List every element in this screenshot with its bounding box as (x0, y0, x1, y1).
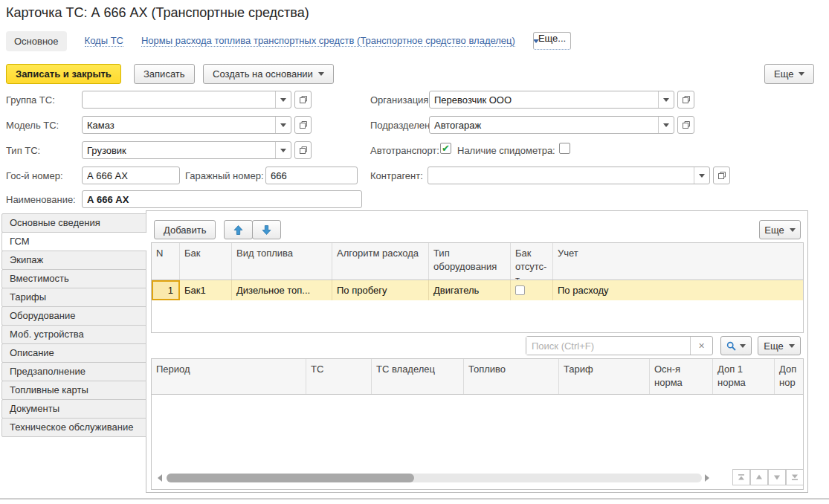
col-equipment-type[interactable]: Тип оборудования (429, 243, 511, 280)
col-fuel-type[interactable]: Вид топлива (232, 243, 332, 280)
col-base-norm[interactable]: Осн-я норма (650, 359, 713, 394)
contragent-dropdown[interactable] (694, 167, 709, 184)
tab-capacity[interactable]: Вместимость (1, 269, 146, 288)
department-input[interactable] (430, 117, 658, 133)
col-n[interactable]: N (152, 243, 180, 280)
scroll-to-top-button[interactable] (732, 469, 750, 485)
organization-dropdown[interactable] (658, 91, 674, 108)
move-up-button[interactable] (224, 220, 253, 239)
garage-number-input[interactable] (265, 167, 358, 184)
scrollbar-thumb[interactable] (167, 474, 414, 482)
group-label: Группа ТС: (6, 94, 55, 106)
speedometer-checkbox[interactable] (559, 143, 570, 154)
cell-algorithm[interactable]: По пробегу (332, 280, 429, 300)
cell-fuel-type[interactable]: Дизельное топ... (232, 280, 332, 300)
cell-n[interactable]: 1 (152, 280, 180, 300)
window-bottom-divider (0, 498, 829, 500)
gsm-panel: Добавить Еще N Бак Вид топлива Алгоритм … (146, 210, 808, 493)
contragent-combo[interactable] (428, 167, 710, 184)
form-more-button[interactable]: Еще (764, 64, 814, 84)
col-extra2-norm[interactable]: Доп нор (775, 359, 803, 394)
cell-accounting[interactable]: По расходу (553, 280, 803, 300)
scroll-left-arrow[interactable] (158, 474, 162, 482)
link-vehicle-codes[interactable]: Коды ТС (85, 35, 123, 47)
col-tank-absent[interactable]: Бак отсутс-т (511, 243, 553, 280)
tab-equipment[interactable]: Оборудование (1, 306, 146, 326)
add-row-button[interactable]: Добавить (154, 220, 216, 239)
tanks-more-button[interactable]: Еще (759, 220, 801, 239)
col-vehicle-owner[interactable]: ТС владелец (372, 359, 464, 394)
search-button[interactable] (720, 336, 752, 355)
clear-search-button[interactable]: × (690, 337, 712, 355)
tab-tariffs[interactable]: Тарифы (1, 288, 146, 307)
tab-gsm[interactable]: ГСМ (1, 232, 147, 251)
autotransport-checkbox[interactable]: ✔ (440, 143, 451, 154)
col-vehicle[interactable]: ТС (306, 359, 372, 394)
col-tank[interactable]: Бак (180, 243, 232, 280)
tab-prefill[interactable]: Предзаполнение (1, 362, 146, 381)
scroll-right-arrow[interactable] (705, 474, 709, 482)
search-icon (726, 341, 736, 351)
nav-more-menu[interactable]: Еще... (533, 39, 539, 43)
organization-open-button[interactable] (677, 91, 694, 109)
cell-equipment-type[interactable]: Двигатель (429, 280, 511, 300)
cell-tank[interactable]: Бак1 (180, 280, 232, 300)
group-dropdown[interactable] (275, 91, 291, 108)
tab-crew[interactable]: Экипаж (1, 251, 146, 270)
tanks-table-header: N Бак Вид топлива Алгоритм расхода Тип о… (152, 243, 803, 280)
col-extra1-norm[interactable]: Доп 1 норма (713, 359, 775, 394)
open-link-icon (682, 120, 691, 129)
horizontal-scrollbar[interactable] (167, 474, 702, 482)
group-combo[interactable] (82, 91, 291, 109)
type-input[interactable] (83, 142, 275, 158)
scroll-up-button[interactable] (750, 469, 768, 485)
contragent-input[interactable] (428, 167, 694, 184)
tab-main-info[interactable]: Основные сведения (1, 213, 146, 233)
type-combo[interactable] (82, 141, 291, 159)
state-number-input[interactable] (82, 167, 180, 184)
chevron-down-icon (799, 72, 804, 76)
search-control[interactable]: × (526, 336, 713, 355)
open-link-icon (299, 146, 308, 155)
tab-description[interactable]: Описание (1, 343, 146, 363)
move-down-button[interactable] (252, 220, 281, 239)
type-open-button[interactable] (294, 141, 312, 159)
tab-fuel-cards[interactable]: Топливные карты (1, 381, 146, 400)
open-link-icon (717, 171, 726, 180)
tab-main[interactable]: Основное (6, 31, 67, 51)
create-based-on-button[interactable]: Создать на основании (203, 64, 334, 84)
tab-documents[interactable]: Документы (1, 399, 146, 419)
tank-absent-checkbox[interactable] (515, 285, 525, 295)
scroll-down-button[interactable] (768, 469, 786, 485)
organization-input[interactable] (430, 91, 658, 108)
col-algorithm[interactable]: Алгоритм расхода (332, 243, 429, 280)
cell-tank-absent[interactable] (511, 280, 553, 300)
norms-more-button[interactable]: Еще (758, 336, 801, 355)
save-and-close-button[interactable]: Записать и закрыть (6, 64, 121, 84)
group-input[interactable] (83, 91, 275, 108)
col-tariff[interactable]: Тариф (559, 359, 650, 394)
scroll-to-bottom-button[interactable] (786, 469, 804, 485)
col-period[interactable]: Период (152, 359, 306, 394)
department-combo[interactable] (429, 116, 674, 134)
search-input[interactable] (526, 337, 690, 355)
tab-mobile-devices[interactable]: Моб. устройства (1, 325, 146, 344)
name-input[interactable] (82, 190, 362, 208)
save-button[interactable]: Записать (134, 64, 195, 84)
model-open-button[interactable] (294, 116, 312, 134)
tab-maintenance[interactable]: Техническое обслуживание (1, 418, 146, 437)
department-dropdown[interactable] (658, 117, 674, 133)
model-input[interactable] (83, 117, 275, 133)
col-accounting[interactable]: Учет (553, 243, 803, 280)
link-fuel-norms[interactable]: Нормы расхода топлива транспортных средс… (141, 35, 515, 47)
group-open-button[interactable] (294, 91, 312, 109)
arrow-up-icon (233, 225, 243, 235)
col-fuel[interactable]: Топливо (464, 359, 559, 394)
model-dropdown[interactable] (275, 117, 291, 133)
model-combo[interactable] (82, 116, 291, 134)
type-dropdown[interactable] (275, 142, 291, 158)
department-open-button[interactable] (677, 116, 694, 134)
contragent-open-button[interactable] (713, 167, 730, 184)
table-row[interactable]: 1 Бак1 Дизельное топ... По пробегу Двига… (152, 280, 803, 300)
organization-combo[interactable] (429, 91, 674, 109)
